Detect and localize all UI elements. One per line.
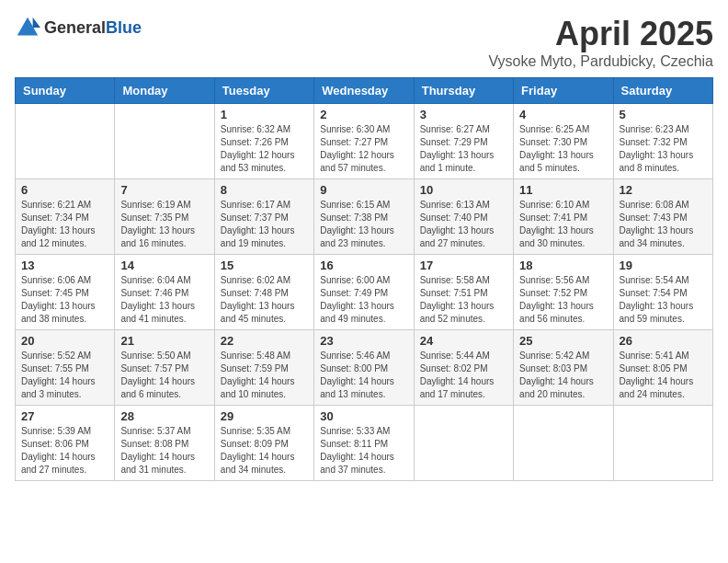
day-of-week-header: Monday [115,78,214,104]
day-info: Sunrise: 5:33 AM Sunset: 8:11 PM Dayligh… [320,425,407,477]
day-of-week-header: Tuesday [214,78,313,104]
calendar-week-row: 1Sunrise: 6:32 AM Sunset: 7:26 PM Daylig… [16,104,713,179]
calendar-cell: 25Sunrise: 5:42 AM Sunset: 8:03 PM Dayli… [514,330,613,406]
day-number: 8 [221,183,308,197]
calendar-cell: 19Sunrise: 5:54 AM Sunset: 7:54 PM Dayli… [613,255,712,330]
calendar-cell: 4Sunrise: 6:25 AM Sunset: 7:30 PM Daylig… [514,104,613,179]
calendar-cell: 13Sunrise: 6:06 AM Sunset: 7:45 PM Dayli… [16,255,115,330]
calendar-cell: 7Sunrise: 6:19 AM Sunset: 7:35 PM Daylig… [115,179,214,255]
calendar-cell: 3Sunrise: 6:27 AM Sunset: 7:29 PM Daylig… [414,104,513,179]
month-title: April 2025 [488,15,713,53]
header: GeneralBlue April 2025 Vysoke Myto, Pard… [15,15,713,70]
day-info: Sunrise: 6:23 AM Sunset: 7:32 PM Dayligh… [620,123,707,175]
day-number: 12 [620,183,707,197]
day-number: 28 [120,409,208,423]
location-title: Vysoke Myto, Pardubicky, Czechia [488,53,713,70]
day-of-week-header: Wednesday [314,78,414,104]
day-info: Sunrise: 5:50 AM Sunset: 7:57 PM Dayligh… [120,350,208,401]
day-number: 9 [320,183,407,197]
day-info: Sunrise: 5:35 AM Sunset: 8:09 PM Dayligh… [221,425,308,477]
day-number: 26 [620,334,707,348]
day-of-week-header: Saturday [613,78,712,104]
day-of-week-header: Sunday [16,78,115,104]
day-number: 20 [21,334,108,348]
day-info: Sunrise: 6:02 AM Sunset: 7:48 PM Dayligh… [221,274,308,326]
day-info: Sunrise: 6:10 AM Sunset: 7:41 PM Dayligh… [519,199,607,250]
calendar-cell: 9Sunrise: 6:15 AM Sunset: 7:38 PM Daylig… [314,179,414,255]
day-info: Sunrise: 5:37 AM Sunset: 8:08 PM Dayligh… [120,425,208,477]
day-number: 5 [620,108,707,121]
day-number: 6 [21,183,108,197]
day-number: 30 [320,409,407,423]
day-info: Sunrise: 5:44 AM Sunset: 8:02 PM Dayligh… [420,350,507,401]
logo-text: GeneralBlue [44,18,142,38]
day-info: Sunrise: 6:15 AM Sunset: 7:38 PM Dayligh… [320,199,407,250]
calendar-cell: 5Sunrise: 6:23 AM Sunset: 7:32 PM Daylig… [613,104,712,179]
day-number: 16 [320,259,407,272]
day-info: Sunrise: 6:25 AM Sunset: 7:30 PM Dayligh… [519,123,607,175]
day-info: Sunrise: 5:48 AM Sunset: 7:59 PM Dayligh… [221,350,308,401]
day-number: 1 [221,108,308,121]
calendar-cell [514,406,613,481]
day-info: Sunrise: 6:21 AM Sunset: 7:34 PM Dayligh… [21,199,108,250]
title-area: April 2025 Vysoke Myto, Pardubicky, Czec… [488,15,713,70]
day-number: 7 [120,183,208,197]
day-number: 23 [320,334,407,348]
calendar-body: 1Sunrise: 6:32 AM Sunset: 7:26 PM Daylig… [16,104,713,481]
day-info: Sunrise: 6:13 AM Sunset: 7:40 PM Dayligh… [420,199,507,250]
calendar-cell [414,406,513,481]
calendar-cell: 22Sunrise: 5:48 AM Sunset: 7:59 PM Dayli… [214,330,313,406]
calendar-cell: 21Sunrise: 5:50 AM Sunset: 7:57 PM Dayli… [115,330,214,406]
day-number: 4 [519,108,607,121]
day-info: Sunrise: 5:52 AM Sunset: 7:55 PM Dayligh… [21,350,108,401]
day-number: 22 [221,334,308,348]
calendar-cell: 16Sunrise: 6:00 AM Sunset: 7:49 PM Dayli… [314,255,414,330]
day-info: Sunrise: 6:06 AM Sunset: 7:45 PM Dayligh… [21,274,108,326]
calendar-cell: 2Sunrise: 6:30 AM Sunset: 7:27 PM Daylig… [314,104,414,179]
calendar-cell: 12Sunrise: 6:08 AM Sunset: 7:43 PM Dayli… [613,179,712,255]
logo: GeneralBlue [15,15,142,40]
day-number: 25 [519,334,607,348]
calendar-cell: 14Sunrise: 6:04 AM Sunset: 7:46 PM Dayli… [115,255,214,330]
calendar-cell: 6Sunrise: 6:21 AM Sunset: 7:34 PM Daylig… [16,179,115,255]
calendar-cell: 30Sunrise: 5:33 AM Sunset: 8:11 PM Dayli… [314,406,414,481]
day-info: Sunrise: 5:56 AM Sunset: 7:52 PM Dayligh… [519,274,607,326]
day-info: Sunrise: 6:00 AM Sunset: 7:49 PM Dayligh… [320,274,407,326]
calendar: SundayMondayTuesdayWednesdayThursdayFrid… [15,77,713,481]
day-info: Sunrise: 5:41 AM Sunset: 8:05 PM Dayligh… [620,350,707,401]
calendar-cell: 10Sunrise: 6:13 AM Sunset: 7:40 PM Dayli… [414,179,513,255]
calendar-cell: 27Sunrise: 5:39 AM Sunset: 8:06 PM Dayli… [16,406,115,481]
day-info: Sunrise: 5:54 AM Sunset: 7:54 PM Dayligh… [620,274,707,326]
calendar-cell [613,406,712,481]
logo-general: General [44,18,106,37]
calendar-cell: 17Sunrise: 5:58 AM Sunset: 7:51 PM Dayli… [414,255,513,330]
calendar-cell [115,104,214,179]
logo-blue: Blue [106,18,142,37]
day-number: 2 [320,108,407,121]
calendar-week-row: 20Sunrise: 5:52 AM Sunset: 7:55 PM Dayli… [16,330,713,406]
calendar-header-row: SundayMondayTuesdayWednesdayThursdayFrid… [16,78,713,104]
calendar-week-row: 13Sunrise: 6:06 AM Sunset: 7:45 PM Dayli… [16,255,713,330]
calendar-week-row: 27Sunrise: 5:39 AM Sunset: 8:06 PM Dayli… [16,406,713,481]
day-of-week-header: Thursday [414,78,513,104]
calendar-cell: 28Sunrise: 5:37 AM Sunset: 8:08 PM Dayli… [115,406,214,481]
day-info: Sunrise: 6:08 AM Sunset: 7:43 PM Dayligh… [620,199,707,250]
calendar-cell: 11Sunrise: 6:10 AM Sunset: 7:41 PM Dayli… [514,179,613,255]
calendar-cell: 20Sunrise: 5:52 AM Sunset: 7:55 PM Dayli… [16,330,115,406]
day-info: Sunrise: 5:42 AM Sunset: 8:03 PM Dayligh… [519,350,607,401]
calendar-cell: 18Sunrise: 5:56 AM Sunset: 7:52 PM Dayli… [514,255,613,330]
calendar-cell: 1Sunrise: 6:32 AM Sunset: 7:26 PM Daylig… [214,104,313,179]
day-number: 21 [120,334,208,348]
day-info: Sunrise: 5:46 AM Sunset: 8:00 PM Dayligh… [320,350,407,401]
day-number: 11 [519,183,607,197]
day-number: 17 [420,259,507,272]
day-info: Sunrise: 6:30 AM Sunset: 7:27 PM Dayligh… [320,123,407,175]
day-info: Sunrise: 5:58 AM Sunset: 7:51 PM Dayligh… [420,274,507,326]
calendar-week-row: 6Sunrise: 6:21 AM Sunset: 7:34 PM Daylig… [16,179,713,255]
svg-marker-1 [33,17,40,28]
calendar-cell: 24Sunrise: 5:44 AM Sunset: 8:02 PM Dayli… [414,330,513,406]
day-info: Sunrise: 6:17 AM Sunset: 7:37 PM Dayligh… [221,199,308,250]
day-number: 14 [120,259,208,272]
logo-icon [15,15,40,40]
day-of-week-header: Friday [514,78,613,104]
